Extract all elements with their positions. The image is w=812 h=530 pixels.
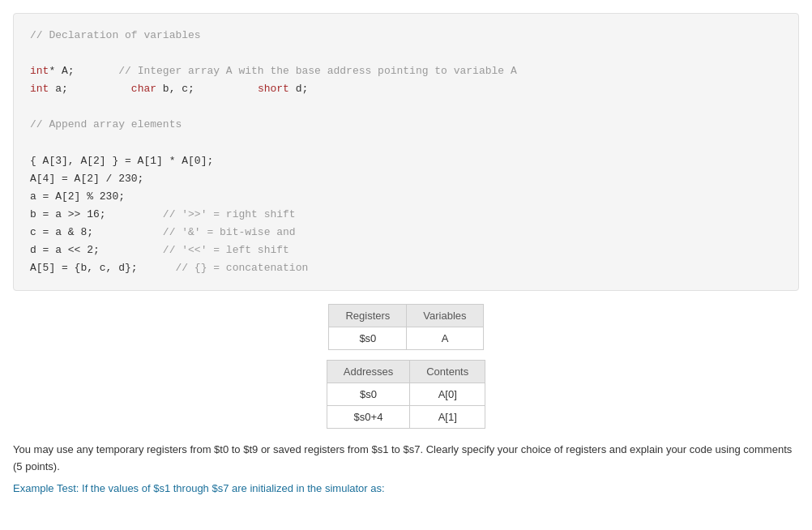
keyword-short: short — [258, 83, 289, 95]
keyword-char: char — [131, 83, 156, 95]
code-comment-2: // Integer array A with the base address… — [118, 65, 516, 77]
registers-header: Registers — [329, 305, 407, 327]
table-row: $s0+4 A[1] — [327, 406, 485, 429]
variables-header: Variables — [407, 305, 483, 327]
keyword-int-ptr: int — [30, 65, 49, 77]
code-line-6: A[4] = A[2] / 230; — [30, 170, 782, 188]
registers-table: Registers Variables $s0 A — [328, 304, 483, 350]
code-line-blank1 — [30, 45, 782, 62]
code-comment-3: // Append array elements — [30, 118, 182, 130]
tables-container: Registers Variables $s0 A Addresses Cont… — [13, 304, 799, 429]
code-line-4: // Append array elements — [30, 116, 782, 134]
code-comment-4: // '>>' = right shift — [163, 208, 296, 220]
footer-paragraph-2: Example Test: If the values of $s1 throu… — [13, 481, 799, 498]
address-cell-2: $s0+4 — [327, 406, 409, 429]
code-comment-7: // {} = concatenation — [175, 262, 308, 274]
contents-header: Contents — [410, 361, 485, 383]
content-cell-2: A[1] — [410, 406, 485, 429]
code-line-11: A[5] = {b, c, d}; // {} = concatenation — [30, 259, 782, 277]
code-line-blank3 — [30, 135, 782, 152]
table-row: $s0 A — [329, 327, 483, 350]
register-cell: $s0 — [329, 327, 407, 350]
code-line-10: d = a << 2; // '<<' = left shift — [30, 241, 782, 259]
table-row: $s0 A[0] — [327, 383, 485, 406]
code-line-1: // Declaration of variables — [30, 27, 782, 45]
code-line-2: int* A; // Integer array A with the base… — [30, 62, 782, 80]
code-line-3: int a; char b, c; short d; — [30, 80, 782, 98]
variable-cell: A — [407, 327, 483, 350]
addresses-header: Addresses — [327, 361, 409, 383]
code-line-7: a = A[2] % 230; — [30, 188, 782, 206]
addresses-table: Addresses Contents $s0 A[0] $s0+4 A[1] — [327, 360, 485, 429]
code-line-8: b = a >> 16; // '>>' = right shift — [30, 206, 782, 224]
code-comment-5: // '&' = bit-wise and — [163, 226, 296, 238]
content-cell-1: A[0] — [410, 383, 485, 406]
code-comment: // Declaration of variables — [30, 29, 201, 41]
code-line-9: c = a & 8; // '&' = bit-wise and — [30, 224, 782, 241]
code-block: // Declaration of variables int* A; // I… — [13, 13, 799, 291]
footer-paragraph-1: You may use any temporary registers from… — [13, 442, 799, 476]
keyword-int: int — [30, 83, 49, 95]
address-cell-1: $s0 — [327, 383, 409, 406]
code-line-blank2 — [30, 98, 782, 116]
code-comment-6: // '<<' = left shift — [163, 244, 289, 256]
code-line-5: { A[3], A[2] } = A[1] * A[0]; — [30, 152, 782, 170]
